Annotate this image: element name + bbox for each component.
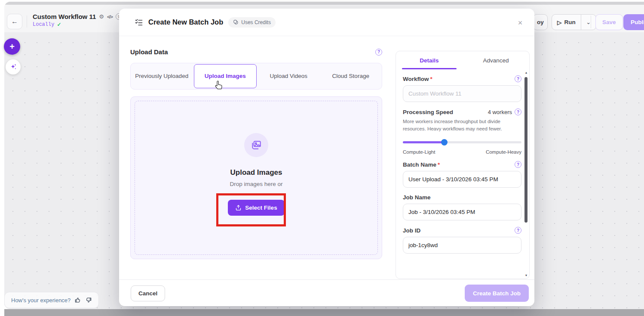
tab-cloud-storage[interactable]: Cloud Storage (320, 63, 382, 89)
screen: ← Custom Workflow 11 ⚙ </> ? Locally ✓ o… (0, 0, 644, 316)
thumbs-up-icon[interactable] (74, 297, 81, 304)
back-arrow-icon: ← (11, 18, 18, 25)
scrollbar-thumb[interactable] (524, 77, 527, 223)
feedback-widget: How's your experience? (4, 292, 99, 308)
job-id-field[interactable] (403, 237, 521, 254)
deploy-button-partial[interactable]: oy (533, 14, 548, 30)
images-icon (251, 139, 262, 151)
batch-list-icon (135, 18, 143, 27)
speed-description: More workers increase throughput but div… (403, 118, 521, 132)
job-name-label: Job Name (403, 194, 431, 201)
batch-name-field[interactable] (403, 171, 521, 188)
job-details-panel: Details Advanced Workflow* ? Processing … (396, 51, 530, 279)
workers-value: 4 workers (488, 109, 512, 115)
close-icon[interactable]: × (515, 17, 526, 28)
gear-icon[interactable]: ⚙ (99, 13, 104, 20)
bottom-gray-bar (4, 309, 644, 316)
upload-source-tabs: Previously Uploaded Upload Images Upload… (130, 63, 382, 90)
workflow-label: Workflow* (403, 76, 432, 82)
feedback-text: How's your experience? (11, 297, 71, 304)
image-icon-circle (244, 133, 268, 157)
modal-header: Create New Batch Job Uses Credits (119, 9, 534, 36)
scroll-down-icon[interactable]: ▼ (524, 274, 528, 277)
play-icon: ▷ (557, 19, 561, 26)
tab-previously-uploaded[interactable]: Previously Uploaded (131, 63, 193, 89)
dropzone-subtitle: Drop images here or (230, 181, 282, 187)
run-button[interactable]: ▷ Run (552, 15, 581, 30)
upload-icon (235, 204, 242, 211)
slider-min-label: Compute-Light (403, 149, 435, 155)
status-label: Locally (33, 22, 54, 28)
coin-icon (233, 19, 239, 25)
auto-layout-button[interactable] (6, 59, 21, 74)
sparkles-icon (9, 63, 17, 71)
scroll-up-icon[interactable]: ▲ (524, 71, 528, 74)
batch-name-label: Batch Name* (403, 161, 440, 168)
processing-speed-label: Processing Speed (403, 109, 453, 115)
dropzone-title: Upload Images (230, 168, 282, 177)
modal-title: Create New Batch Job (148, 18, 223, 26)
required-asterisk: * (430, 76, 432, 82)
job-name-field[interactable] (403, 204, 521, 220)
save-button[interactable]: Save (595, 14, 623, 30)
details-scrollbar[interactable]: ▲ ▼ (524, 71, 528, 277)
plus-icon: + (9, 42, 15, 52)
upload-data-heading: Upload Data (130, 48, 168, 56)
modal-footer: Cancel Create Batch Job (119, 279, 534, 306)
publish-button[interactable]: Publish (623, 14, 644, 30)
select-files-button[interactable]: Select Files (228, 200, 284, 216)
back-button[interactable]: ← (7, 14, 22, 29)
header-divider (27, 15, 27, 28)
check-icon: ✓ (57, 22, 61, 28)
workflow-field (403, 85, 521, 102)
required-asterisk: * (438, 161, 440, 168)
speed-slider-fill (403, 141, 445, 143)
add-node-button[interactable]: + (4, 38, 20, 55)
thumbs-down-icon[interactable] (85, 297, 92, 304)
job-id-help-icon[interactable]: ? (515, 227, 521, 234)
toolbar-divider (591, 15, 591, 28)
cancel-button[interactable]: Cancel (131, 285, 165, 301)
code-icon[interactable]: </> (107, 14, 113, 19)
upload-help-icon[interactable]: ? (375, 49, 382, 56)
workflow-title: Custom Workflow 11 (33, 13, 96, 20)
details-scroll-area: Workflow* ? Processing Speed 4 workers ?… (396, 69, 523, 279)
workflow-title-block: Custom Workflow 11 ⚙ </> ? Locally ✓ (33, 13, 122, 28)
top-strip (4, 2, 644, 5)
create-batch-job-modal: Create New Batch Job Uses Credits × Uplo… (119, 9, 534, 306)
job-id-label: Job ID (403, 227, 420, 234)
run-button-group: ▷ Run ⌄ (552, 14, 596, 30)
speed-slider[interactable] (403, 139, 521, 146)
batch-name-help-icon[interactable]: ? (515, 161, 521, 168)
tab-upload-videos[interactable]: Upload Videos (258, 63, 320, 89)
speed-help-icon[interactable]: ? (515, 108, 521, 115)
image-dropzone[interactable]: Upload Images Drop images here or Select… (130, 96, 382, 259)
run-dropdown-button[interactable]: ⌄ (581, 15, 596, 30)
tab-advanced[interactable]: Advanced (463, 51, 529, 69)
speed-slider-thumb[interactable] (441, 139, 448, 146)
uses-credits-badge: Uses Credits (228, 17, 276, 28)
create-batch-job-button[interactable]: Create Batch Job (465, 285, 529, 302)
slider-max-label: Compute-Heavy (486, 149, 521, 155)
chevron-down-icon: ⌄ (586, 19, 591, 25)
tab-details[interactable]: Details (396, 51, 463, 69)
tab-upload-images[interactable]: Upload Images (194, 64, 257, 88)
workflow-help-icon[interactable]: ? (515, 75, 521, 82)
